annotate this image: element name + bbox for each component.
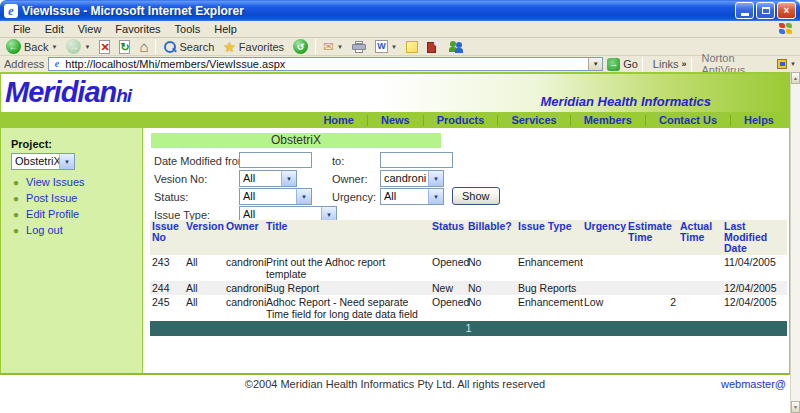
links-menu[interactable]: Links » bbox=[653, 58, 687, 70]
cell-title: Bug Report bbox=[264, 281, 430, 295]
project-select[interactable]: ObstetriX ▼ bbox=[11, 153, 75, 170]
version-label: Vesion No: bbox=[154, 173, 207, 185]
menu-favorites[interactable]: Favorites bbox=[108, 22, 167, 36]
table-row: 245 All candroni Adhoc Report - Need sep… bbox=[150, 295, 787, 321]
nav-services[interactable]: Services bbox=[498, 114, 569, 126]
address-input[interactable] bbox=[65, 58, 600, 70]
list-item: ●Edit Profile bbox=[13, 208, 142, 220]
messenger-button[interactable] bbox=[447, 38, 465, 55]
discuss-button[interactable] bbox=[404, 38, 420, 55]
cell-last-modified: 11/04/2005 bbox=[722, 255, 787, 281]
refresh-button[interactable]: ↻ bbox=[117, 38, 132, 55]
nav-news[interactable]: News bbox=[368, 114, 423, 126]
menu-edit[interactable]: Edit bbox=[38, 22, 71, 36]
search-button[interactable]: Search bbox=[161, 38, 216, 55]
bullet-icon: ● bbox=[13, 209, 19, 220]
favorites-star-icon: ★ bbox=[223, 40, 236, 54]
list-item: ●Post Issue bbox=[13, 192, 142, 204]
address-label: Address bbox=[4, 58, 44, 70]
back-button[interactable]: ← Back ▼ bbox=[4, 38, 59, 55]
window-title: ViewIssue - Microsoft Internet Explorer bbox=[22, 4, 244, 18]
sidebar-link-edit-profile[interactable]: Edit Profile bbox=[26, 208, 79, 220]
back-dropdown-icon: ▼ bbox=[51, 44, 57, 50]
cell-actual-time bbox=[678, 295, 722, 321]
sidebar-link-log-out[interactable]: Log out bbox=[26, 224, 63, 236]
minimize-button[interactable] bbox=[735, 2, 754, 19]
word-icon: W bbox=[375, 40, 388, 53]
menu-bar: File Edit View Favorites Tools Help bbox=[0, 21, 800, 38]
pager-bar[interactable]: 1 bbox=[150, 321, 787, 336]
issue-no-link[interactable]: 244 bbox=[150, 281, 184, 295]
status-select[interactable]: All ▼ bbox=[239, 188, 312, 205]
back-label: Back bbox=[24, 41, 48, 53]
webmaster-link[interactable]: webmaster@ bbox=[721, 378, 786, 390]
cell-owner: candroni bbox=[224, 295, 264, 321]
go-label: Go bbox=[623, 58, 638, 70]
nav-contact-us[interactable]: Contact Us bbox=[646, 114, 730, 126]
project-label: Project: bbox=[11, 138, 142, 150]
mail-button[interactable]: ✉ ▼ bbox=[321, 38, 345, 55]
address-dropdown-icon[interactable]: ▼ bbox=[588, 58, 602, 70]
show-button[interactable]: Show bbox=[452, 187, 500, 205]
menu-file[interactable]: File bbox=[6, 22, 38, 36]
windows-flag-icon bbox=[779, 23, 794, 36]
date-to-input[interactable] bbox=[380, 152, 453, 168]
issue-no-link[interactable]: 243 bbox=[150, 255, 184, 281]
issue-no-link[interactable]: 245 bbox=[150, 295, 184, 321]
stop-icon: ✕ bbox=[99, 40, 110, 54]
bullet-icon: ● bbox=[13, 177, 19, 188]
scroll-up-icon[interactable]: ▲ bbox=[791, 72, 800, 84]
cell-estimate-time bbox=[626, 281, 678, 295]
search-label: Search bbox=[179, 41, 214, 53]
date-from-input[interactable] bbox=[239, 152, 312, 168]
history-button[interactable]: ↺ bbox=[291, 38, 310, 55]
go-button[interactable]: → Go bbox=[607, 58, 638, 71]
nav-products[interactable]: Products bbox=[424, 114, 498, 126]
status-select-value: All bbox=[243, 190, 255, 202]
nav-helps[interactable]: Helps bbox=[731, 114, 787, 126]
print-button[interactable] bbox=[350, 38, 368, 55]
mail-icon: ✉ bbox=[323, 40, 334, 53]
favorites-button[interactable]: ★ Favorites bbox=[221, 38, 286, 55]
site-logo: Meridianhi bbox=[5, 76, 131, 109]
edit-with-word-button[interactable]: W ▼ bbox=[373, 38, 399, 55]
nav-home[interactable]: Home bbox=[310, 114, 367, 126]
page-content: Meridianhi Meridian Health Informatics H… bbox=[0, 72, 790, 375]
close-button[interactable]: × bbox=[777, 2, 796, 19]
cell-owner: candroni bbox=[224, 281, 264, 295]
col-actual-time: Actual Time bbox=[678, 220, 722, 255]
menu-tools[interactable]: Tools bbox=[168, 22, 208, 36]
version-select[interactable]: All ▼ bbox=[239, 170, 297, 187]
search-icon bbox=[163, 40, 176, 54]
sidebar-link-view-issues[interactable]: View Issues bbox=[26, 176, 85, 188]
cell-issue-type: Enhancement bbox=[516, 295, 582, 321]
cell-version: All bbox=[184, 295, 224, 321]
vertical-scrollbar[interactable]: ▲ ▼ bbox=[790, 72, 800, 413]
forward-button[interactable]: → ▼ bbox=[64, 38, 92, 55]
cell-status: New bbox=[430, 281, 466, 295]
mail-dropdown-icon: ▼ bbox=[337, 44, 343, 50]
col-title: Title bbox=[264, 220, 430, 255]
cell-owner: candroni bbox=[224, 255, 264, 281]
home-button[interactable]: ⌂ bbox=[137, 38, 150, 55]
cell-billable: No bbox=[466, 255, 516, 281]
edit-dropdown-icon: ▼ bbox=[391, 44, 397, 50]
date-to-label: to: bbox=[332, 155, 344, 167]
ie-logo-icon: e bbox=[4, 4, 18, 18]
stop-button[interactable]: ✕ bbox=[97, 38, 112, 55]
menu-help[interactable]: Help bbox=[207, 22, 244, 36]
restore-button[interactable] bbox=[756, 2, 775, 19]
research-button[interactable] bbox=[425, 38, 442, 55]
refresh-icon: ↻ bbox=[119, 40, 130, 54]
owner-select[interactable]: candroni ▼ bbox=[380, 170, 444, 187]
cell-title: Adhoc Report - Need separate Time field … bbox=[264, 295, 430, 321]
urgency-select[interactable]: All ▼ bbox=[380, 188, 444, 205]
nav-members[interactable]: Members bbox=[571, 114, 645, 126]
page-favicon: e bbox=[51, 59, 62, 70]
menu-view[interactable]: View bbox=[71, 22, 109, 36]
sidebar-link-post-issue[interactable]: Post Issue bbox=[26, 192, 77, 204]
cell-actual-time bbox=[678, 255, 722, 281]
minimize-icon bbox=[741, 13, 749, 16]
scroll-down-icon[interactable]: ▼ bbox=[791, 401, 800, 413]
discuss-note-icon bbox=[406, 41, 418, 53]
